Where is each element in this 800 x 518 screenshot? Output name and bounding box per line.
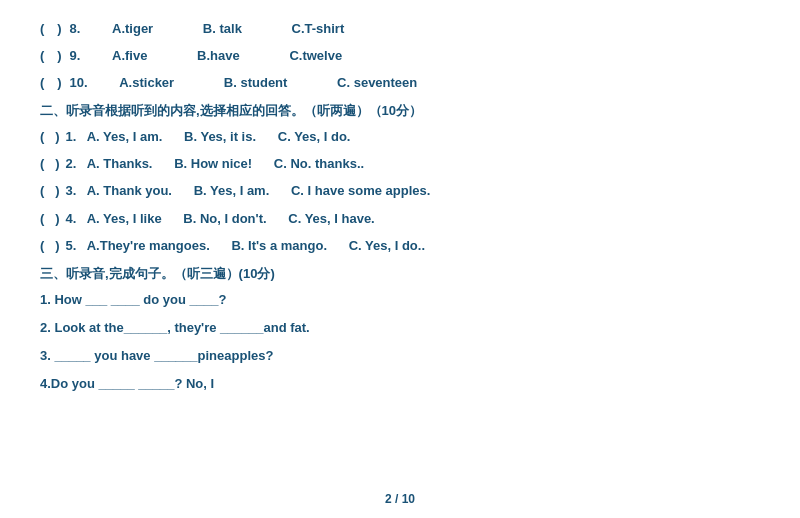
q10-options: 10. A.sticker B. student C. seventeen [70,72,446,94]
part2-section: 二、听录音根据听到的内容,选择相应的回答。（听两遍）（10分） ( ) 1. A… [40,102,760,256]
p2-q2-num: 2. [66,156,77,171]
p2-q3-line: ( ) 3. A. Thank you. B. Yes, I am. C. I … [40,180,760,202]
p2-q5-num: 5. [66,238,77,253]
q10-paren2: ) [57,72,61,94]
p2-q1-options: 1. A. Yes, I am. B. Yes, it is. C. Yes, … [66,126,351,148]
q9-options: 9. A.five B.have C.twelve [70,45,371,67]
q10-optB: B. student [224,72,288,94]
p2-q4-optC: C. Yes, I have. [288,211,374,226]
part3-header: 三、听录音,完成句子。（听三遍）(10分) [40,265,760,283]
part3-section: 三、听录音,完成句子。（听三遍）(10分) 1. How ___ ____ do… [40,265,760,395]
q10-optC: C. seventeen [337,72,417,94]
p2-q2-line: ( ) 2. A. Thanks. B. How nice! C. No. th… [40,153,760,175]
p2-q3-num: 3. [66,183,77,198]
p3-q1: 1. How ___ ____ do you ____? [40,289,760,311]
p2-q3-optB: B. Yes, I am. [194,183,270,198]
p2-q2-blank [44,153,55,175]
p2-q5-paren2: ) [55,235,59,257]
q10-line: ( ) 10. A.sticker B. student C. seventee… [40,72,760,94]
p2-q5-optA: A.They're mangoes. [87,238,210,253]
p2-q1-optA: A. Yes, I am. [87,129,163,144]
p2-q5-optB: B. It's a mango. [231,238,327,253]
q9-blank [46,45,57,67]
q9-optC: C.twelve [289,45,342,67]
p2-q1-blank [44,126,55,148]
q8-optC: C.T-shirt [292,18,345,40]
q10-paren: ( [40,72,44,94]
q9-line: ( ) 9. A.five B.have C.twelve [40,45,760,67]
p2-q1-optC: C. Yes, I do. [278,129,351,144]
p2-q3-optA: A. Thank you. [87,183,172,198]
p2-q3-options: 3. A. Thank you. B. Yes, I am. C. I have… [66,180,431,202]
part2-header: 二、听录音根据听到的内容,选择相应的回答。（听两遍）（10分） [40,102,760,120]
p2-q5-optC: C. Yes, I do.. [349,238,425,253]
p3-q3: 3. _____ you have ______pineapples? [40,345,760,367]
p2-q1-line: ( ) 1. A. Yes, I am. B. Yes, it is. C. Y… [40,126,760,148]
p2-q4-line: ( ) 4. A. Yes, I like B. No, I don't. C.… [40,208,760,230]
p2-q1-num: 1. [66,129,77,144]
q8-line: ( ) 8. A.tiger B. talk C.T-shirt [40,18,760,40]
p2-q4-paren2: ) [55,208,59,230]
p2-q3-paren2: ) [55,180,59,202]
p2-q4-optA: A. Yes, I like [87,211,162,226]
p2-q4-optB: B. No, I don't. [183,211,266,226]
p2-q5-blank [44,235,55,257]
q8-blank [46,18,57,40]
p2-q1-optB: B. Yes, it is. [184,129,256,144]
part1-section: ( ) 8. A.tiger B. talk C.T-shirt ( ) 9. … [40,18,760,94]
p2-q2-optB: B. How nice! [174,156,252,171]
q9-paren: ( [40,45,44,67]
q9-paren2: ) [57,45,61,67]
page-number: 2 / 10 [0,492,800,506]
q9-num: 9. [70,45,81,67]
q8-paren2: ) [57,18,61,40]
p2-q5-options: 5. A.They're mangoes. B. It's a mango. C… [66,235,425,257]
q8-optA-text: A.tiger [112,18,153,40]
p2-q2-optC: C. No. thanks.. [274,156,364,171]
p2-q5-line: ( ) 5. A.They're mangoes. B. It's a mang… [40,235,760,257]
q10-blank [46,72,57,94]
p3-q2: 2. Look at the______, they're ______and … [40,317,760,339]
page-container: ( ) 8. A.tiger B. talk C.T-shirt ( ) 9. … [0,0,800,518]
p2-q4-num: 4. [66,211,77,226]
p2-q4-blank [44,208,55,230]
p2-q3-optC: C. I have some apples. [291,183,430,198]
p2-q4-options: 4. A. Yes, I like B. No, I don't. C. Yes… [66,208,375,230]
q10-num: 10. [70,72,88,94]
q9-optA: A.five [112,45,147,67]
q8-options: 8. A.tiger B. talk C.T-shirt [70,18,373,40]
q9-optB: B.have [197,45,240,67]
q8-optB: B. talk [203,18,242,40]
p2-q3-blank [44,180,55,202]
p2-q2-optA: A. Thanks. [87,156,153,171]
p2-q2-options: 2. A. Thanks. B. How nice! C. No. thanks… [66,153,365,175]
p3-q4: 4.Do you _____ _____? No, I [40,373,760,395]
q8-paren: ( [40,18,44,40]
q10-optA: A.sticker [119,72,174,94]
p2-q1-paren2: ) [55,126,59,148]
q8-optA: 8. [70,18,81,40]
p2-q2-paren2: ) [55,153,59,175]
